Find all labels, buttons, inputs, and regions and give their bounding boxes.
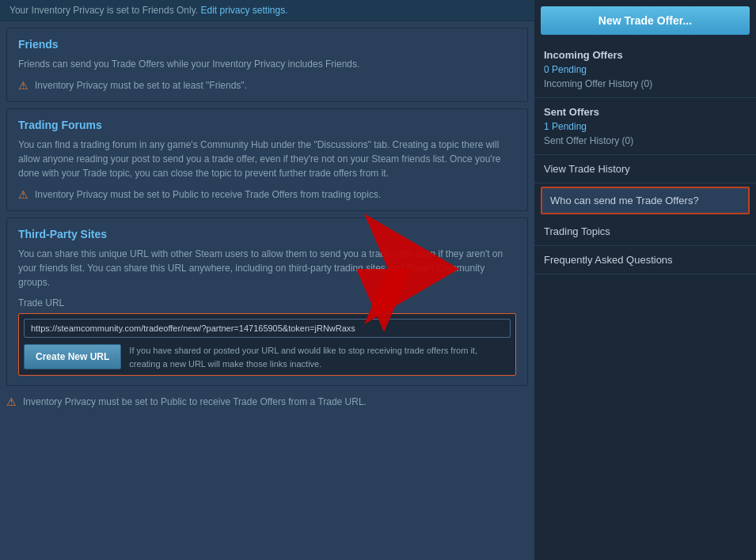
sent-offers-pending-link[interactable]: 1 Pending — [544, 121, 747, 132]
trade-url-box: Create New URL If you have shared or pos… — [18, 313, 516, 376]
trading-forums-body: You can find a trading forum in any game… — [18, 138, 516, 180]
trading-forums-section: Trading Forums You can find a trading fo… — [6, 108, 528, 211]
new-trade-offer-button[interactable]: New Trade Offer... — [541, 6, 750, 35]
third-party-body: You can share this unique URL with other… — [18, 247, 516, 289]
trade-url-input[interactable] — [24, 319, 511, 338]
trading-forums-warning-row: ⚠ Inventory Privacy must be set to Publi… — [18, 188, 516, 201]
third-party-title: Third-Party Sites — [18, 228, 516, 240]
friends-warning-icon: ⚠ — [18, 79, 28, 92]
sent-offers-title: Sent Offers — [544, 106, 747, 118]
third-party-section: Third-Party Sites You can share this uni… — [6, 218, 528, 386]
friends-warning-row: ⚠ Inventory Privacy must be set to at le… — [18, 79, 516, 92]
faq-item[interactable]: Frequently Asked Questions — [534, 246, 756, 274]
edit-privacy-link[interactable]: Edit privacy settings. — [200, 5, 287, 16]
incoming-offers-title: Incoming Offers — [544, 49, 747, 61]
trading-forums-title: Trading Forums — [18, 119, 516, 131]
who-can-send-item[interactable]: Who can send me Trade Offers? — [541, 187, 750, 214]
incoming-offers-pending-link[interactable]: 0 Pending — [544, 64, 747, 75]
sent-offer-history: Sent Offer History (0) — [544, 135, 747, 146]
friends-body: Friends can send you Trade Offers while … — [18, 57, 516, 71]
left-panel: Your Inventory Privacy is set to Friends… — [0, 0, 534, 560]
trading-forums-warning-text: Inventory Privacy must be set to Public … — [35, 189, 381, 200]
who-can-send-label: Who can send me Trade Offers? — [550, 195, 699, 206]
bottom-warning-icon: ⚠ — [6, 395, 17, 408]
trading-forums-warning-icon: ⚠ — [18, 188, 28, 201]
trade-url-actions: Create New URL If you have shared or pos… — [24, 344, 511, 370]
create-new-url-button[interactable]: Create New URL — [24, 344, 121, 369]
incoming-offer-history: Incoming Offer History (0) — [544, 78, 747, 89]
privacy-notice-text: Your Inventory Privacy is set to Friends… — [9, 5, 198, 16]
bottom-warning-row: ⚠ Inventory Privacy must be set to Publi… — [6, 392, 528, 411]
trading-topics-label: Trading Topics — [544, 225, 610, 237]
trading-topics-item[interactable]: Trading Topics — [534, 218, 756, 246]
friends-warning-text: Inventory Privacy must be set to at leas… — [35, 80, 247, 91]
incoming-offers-section: Incoming Offers 0 Pending Incoming Offer… — [534, 41, 756, 98]
create-url-description: If you have shared or posted your URL an… — [129, 344, 511, 370]
trade-url-label: Trade URL — [18, 297, 516, 308]
friends-title: Friends — [18, 38, 516, 51]
right-panel: New Trade Offer... Incoming Offers 0 Pen… — [534, 0, 756, 560]
bottom-warning-text: Inventory Privacy must be set to Public … — [23, 396, 367, 407]
sent-offers-section: Sent Offers 1 Pending Sent Offer History… — [534, 98, 756, 155]
faq-label: Frequently Asked Questions — [544, 254, 673, 266]
privacy-notice: Your Inventory Privacy is set to Friends… — [0, 0, 534, 21]
view-trade-history-item[interactable]: View Trade History — [534, 155, 756, 184]
view-trade-history-label: View Trade History — [544, 163, 630, 175]
friends-section: Friends Friends can send you Trade Offer… — [6, 28, 528, 102]
